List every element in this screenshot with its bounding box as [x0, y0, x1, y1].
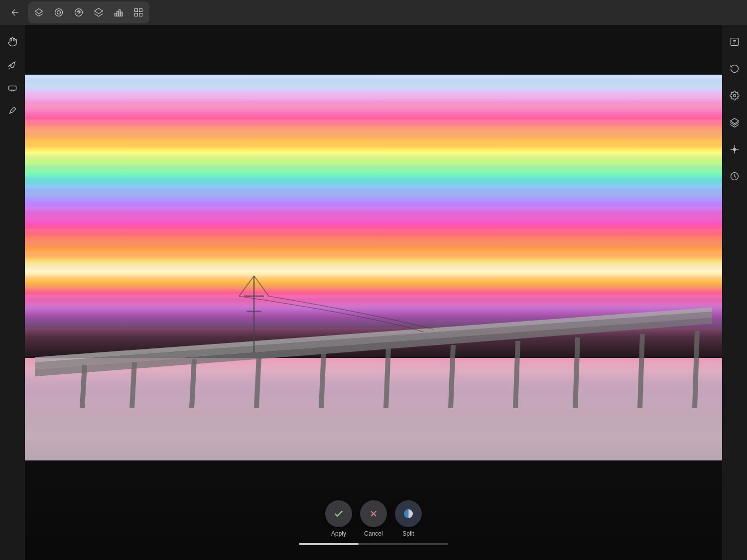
action-buttons: Apply Cancel — [325, 500, 422, 537]
svg-line-32 — [575, 337, 578, 408]
split-label: Split — [402, 530, 414, 537]
svg-line-28 — [321, 352, 324, 408]
crop-button[interactable] — [50, 3, 68, 21]
layers-panel-button[interactable] — [726, 113, 744, 131]
svg-line-25 — [132, 362, 134, 408]
svg-rect-9 — [135, 9, 138, 12]
svg-rect-13 — [9, 86, 16, 90]
svg-line-34 — [695, 331, 697, 408]
app-logo-button[interactable] — [30, 3, 48, 21]
cancel-label: Cancel — [364, 530, 382, 537]
eraser-tool-button[interactable] — [3, 79, 21, 97]
apply-button-circle — [325, 500, 352, 527]
apply-label: Apply — [331, 530, 346, 537]
svg-line-39 — [254, 276, 269, 296]
svg-line-16 — [9, 113, 10, 114]
svg-rect-6 — [117, 11, 119, 16]
svg-point-1 — [57, 11, 61, 14]
svg-point-18 — [734, 95, 736, 97]
image-container — [25, 75, 722, 510]
svg-line-24 — [82, 365, 85, 408]
svg-point-2 — [75, 9, 83, 16]
history-button[interactable] — [726, 167, 744, 185]
histogram-button[interactable] — [110, 3, 127, 21]
svg-line-27 — [256, 355, 259, 408]
svg-line-26 — [192, 359, 194, 408]
svg-line-38 — [239, 276, 254, 296]
apply-button[interactable]: Apply — [325, 500, 352, 537]
right-sidebar — [722, 25, 747, 560]
svg-rect-7 — [119, 9, 121, 16]
svg-point-3 — [78, 11, 79, 13]
split-button[interactable]: Split — [395, 500, 422, 537]
progress-bar-container — [299, 543, 448, 545]
grid-button[interactable] — [129, 3, 147, 21]
eyedropper-tool-button[interactable] — [3, 102, 21, 119]
undo-redo-button[interactable] — [726, 60, 744, 78]
progress-bar-fill — [299, 543, 359, 545]
filter-button[interactable] — [70, 3, 88, 21]
svg-marker-4 — [95, 8, 103, 14]
hand-tool-button[interactable] — [3, 33, 21, 51]
svg-line-33 — [640, 334, 642, 408]
settings-button[interactable] — [726, 87, 744, 105]
svg-rect-10 — [139, 9, 142, 12]
svg-marker-19 — [731, 118, 739, 124]
svg-line-29 — [386, 348, 388, 408]
brush-tool-button[interactable] — [3, 56, 21, 74]
cancel-button-circle — [360, 500, 387, 527]
cancel-button[interactable]: Cancel — [360, 500, 387, 537]
left-sidebar — [0, 25, 25, 560]
bottom-controls: Apply Cancel — [299, 500, 448, 545]
export-button[interactable] — [726, 33, 744, 51]
layers-button[interactable] — [90, 3, 108, 21]
svg-line-30 — [451, 345, 453, 408]
svg-line-31 — [515, 341, 518, 408]
transform-button[interactable] — [726, 140, 744, 158]
back-button[interactable] — [6, 3, 24, 21]
svg-rect-12 — [139, 13, 142, 16]
bridge-svg — [25, 271, 722, 423]
svg-rect-8 — [121, 12, 123, 16]
svg-rect-11 — [135, 13, 138, 16]
top-toolbar — [0, 0, 747, 25]
toolbar-group — [28, 1, 149, 23]
split-button-circle — [395, 500, 422, 527]
svg-rect-5 — [115, 13, 117, 16]
svg-point-0 — [55, 9, 63, 16]
